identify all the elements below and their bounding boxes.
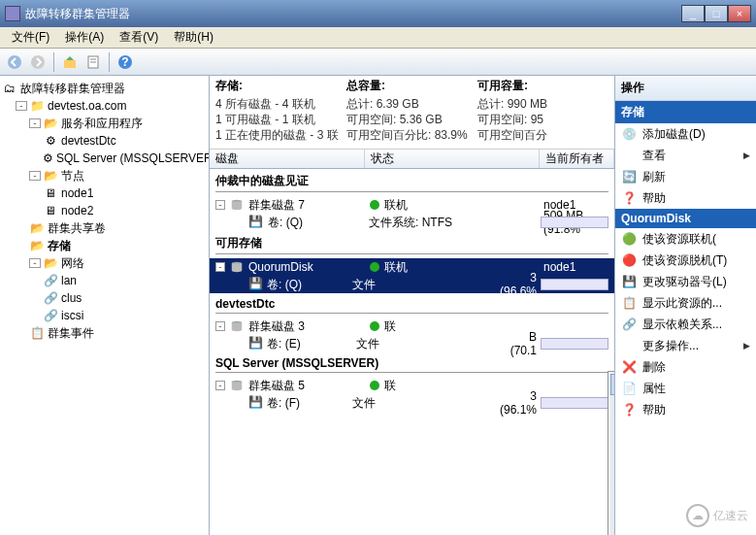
tree-node2[interactable]: 🖥node2 (2, 202, 207, 219)
disk-icon (229, 318, 245, 334)
tree-node1[interactable]: 🖥node1 (2, 184, 207, 202)
menu-file[interactable]: 文件(F) (4, 27, 57, 48)
tree-svc-sql[interactable]: ⚙SQL Server (MSSQLSERVER) (2, 150, 207, 167)
menu-action[interactable]: 操作(A) (57, 27, 112, 48)
action-help2[interactable]: ❓帮助 (615, 399, 756, 420)
menu-help[interactable]: 帮助(H) (166, 27, 221, 48)
tree-svc-dtc[interactable]: ⚙devtestDtc (2, 132, 207, 150)
collapse-icon[interactable]: - (215, 321, 225, 331)
volume-row-selected[interactable]: 💾 卷: (Q) 文件 3 (96.6% (210, 276, 614, 293)
storage-icon: 📂 (29, 238, 45, 253)
list-header: 磁盘 状态 当前所有者 (210, 150, 614, 169)
volume-fs: 文件 (352, 395, 500, 412)
action-more[interactable]: 更多操作...▶ (615, 335, 756, 356)
disk-status: 联 (384, 318, 396, 335)
action-offline[interactable]: 🔴使该资源脱机(T) (615, 250, 756, 271)
actions-sub-storage: 存储 (615, 101, 756, 123)
actions-title: 操作 (615, 76, 756, 101)
summary-line: 1 正在使用的磁盘 - 3 联 (215, 127, 346, 143)
back-button[interactable] (4, 51, 25, 73)
tree-net-clus[interactable]: 🔗clus (2, 289, 207, 307)
offline-icon: 🔴 (621, 252, 637, 268)
collapse-icon[interactable]: - (29, 171, 41, 181)
tree-cluster[interactable]: -📁devtest.oa.com (2, 97, 207, 115)
help-icon: ❓ (621, 190, 637, 206)
tree-panel: 🗂故障转移群集管理器 -📁devtest.oa.com -📂服务和应用程序 ⚙d… (0, 76, 210, 535)
actions-sub-quorum: QuorumDisk (615, 209, 756, 228)
action-refresh[interactable]: 🔄刷新 (615, 166, 756, 187)
collapse-icon[interactable]: - (215, 262, 225, 272)
ctx-show-deps[interactable]: 显示依赖关系报表(T) (610, 474, 614, 495)
action-drive[interactable]: 💾更改驱动器号(L) (615, 271, 756, 292)
tree-root[interactable]: 🗂故障转移群集管理器 (2, 80, 207, 97)
tree-services[interactable]: -📂服务和应用程序 (2, 115, 207, 132)
net-icon: 🔗 (43, 273, 58, 288)
refresh-icon: 🔄 (621, 169, 637, 184)
action-events[interactable]: 📋显示此资源的... (615, 292, 756, 314)
center-panel: 存储: 4 所有磁盘 - 4 联机 1 可用磁盘 - 1 联机 1 正在使用的磁… (210, 76, 614, 535)
properties-button[interactable] (82, 51, 104, 73)
svg-point-13 (370, 321, 379, 331)
volume-row[interactable]: 💾 卷: (Q) 文件系统: NTFS 509 MB (91.8% (210, 214, 614, 231)
ctx-offline[interactable]: 使该资源脱机(T) (610, 395, 614, 417)
svg-point-9 (370, 200, 379, 210)
watermark: ☁ 亿速云 (686, 504, 748, 527)
cluster-icon: 📁 (29, 98, 45, 114)
folder-icon: 📂 (43, 116, 58, 131)
action-deps[interactable]: 🔗显示依赖关系... (615, 314, 756, 335)
collapse-icon[interactable]: - (29, 258, 41, 268)
forward-button[interactable] (27, 51, 49, 73)
action-online[interactable]: 🟢使该资源联机( (615, 228, 756, 250)
disk-name: 群集磁盘 5 (248, 378, 369, 394)
ctx-show-events[interactable]: 显示此资源的关键事件(W) (610, 448, 614, 469)
action-delete[interactable]: ❌删除 (615, 356, 756, 378)
tree-events[interactable]: 📋群集事件 (2, 324, 207, 342)
tree-storage[interactable]: 📂存储 (2, 237, 207, 254)
tree-csv[interactable]: 📂群集共享卷 (2, 219, 207, 237)
volume-row[interactable]: 💾 卷: (F) 文件 3 (96.1% (210, 394, 614, 412)
tree-nodes[interactable]: -📂节点 (2, 167, 207, 184)
summary-line: 4 所有磁盘 - 4 联机 (215, 96, 346, 112)
service-icon: ⚙ (43, 133, 58, 149)
minimize-button[interactable]: _ (681, 5, 705, 22)
summary-line: 可用空间: 95 (477, 112, 608, 127)
action-help[interactable]: ❓帮助 (615, 187, 756, 209)
ctx-change-drive[interactable]: 更改驱动器号(L) (610, 421, 614, 443)
collapse-icon[interactable]: - (16, 101, 27, 111)
volume-row[interactable]: 💾 卷: (E) 文件 B (70.1 (210, 335, 614, 352)
svg-point-11 (370, 262, 379, 272)
volume-fs: 文件 (352, 277, 500, 293)
tree-network[interactable]: -📂网络 (2, 254, 207, 272)
collapse-icon[interactable]: - (29, 118, 41, 128)
network-icon: 📂 (43, 255, 58, 271)
nodes-icon: 📂 (43, 168, 58, 184)
collapse-icon[interactable]: - (215, 381, 225, 390)
disk-name: 群集磁盘 3 (248, 318, 369, 335)
close-button[interactable]: × (728, 5, 751, 22)
col-owner[interactable]: 当前所有者 (540, 150, 614, 168)
online-icon: 🟢 (621, 231, 637, 247)
maximize-button[interactable]: □ (705, 5, 728, 22)
summary-storage-title: 存储: (215, 78, 346, 94)
col-disk[interactable]: 磁盘 (210, 150, 365, 168)
tree-net-lan[interactable]: 🔗lan (2, 272, 207, 289)
up-button[interactable] (59, 51, 81, 73)
ctx-more[interactable]: 更多操作(O)...▶ (610, 500, 614, 521)
action-props[interactable]: 📄属性 (615, 378, 756, 399)
divider (215, 253, 608, 254)
volume-name: 卷: (F) (267, 395, 352, 412)
menu-view[interactable]: 查看(V) (112, 27, 166, 48)
help-button[interactable]: ? (115, 51, 136, 73)
tree-net-iscsi[interactable]: 🔗iscsi (2, 307, 207, 324)
action-view[interactable]: 查看▶ (615, 145, 756, 166)
col-status[interactable]: 状态 (365, 150, 540, 168)
ctx-online[interactable]: 使该资源联机(B) (610, 374, 614, 395)
summary-line: 1 可用磁盘 - 1 联机 (215, 112, 346, 127)
ctx-delete[interactable]: 删除(D) (610, 526, 614, 535)
net-icon: 🔗 (43, 308, 58, 323)
toolbar: ? (0, 49, 756, 76)
volume-fs: 文件 (356, 336, 510, 352)
collapse-icon[interactable]: - (215, 200, 225, 210)
volume-icon: 💾 (248, 277, 263, 292)
action-add-disk[interactable]: 💿添加磁盘(D) (615, 123, 756, 145)
